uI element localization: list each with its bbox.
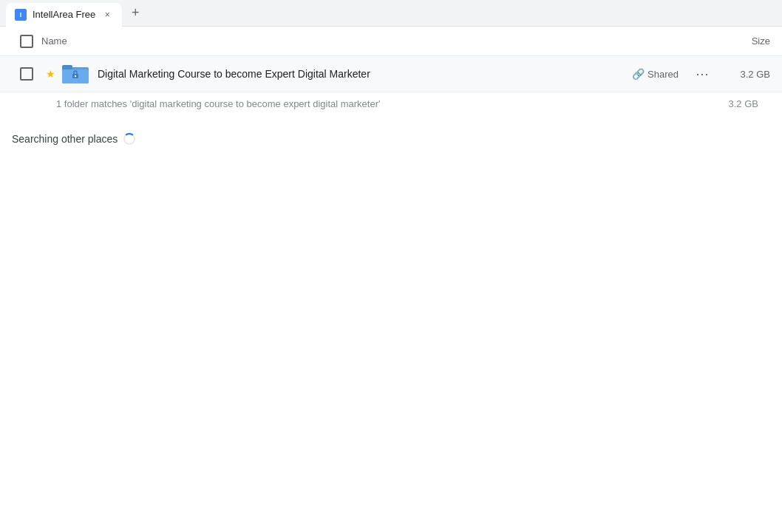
select-all-checkbox[interactable]	[12, 35, 41, 48]
column-size-header: Size	[711, 35, 770, 47]
file-row[interactable]: ★ Digital Marketing Course to become Exp…	[0, 56, 782, 92]
svg-point-4	[75, 75, 76, 77]
summary-row: 3.2 GB 1 folder matches 'digital marketi…	[0, 92, 782, 115]
shared-label: Shared	[647, 69, 679, 80]
browser-tab[interactable]: I IntellArea Free ×	[6, 3, 122, 27]
tab-favicon: I	[15, 9, 27, 21]
column-header: Name Size	[0, 27, 782, 56]
new-tab-button[interactable]: +	[125, 3, 146, 24]
file-size: 3.2 GB	[726, 69, 770, 80]
summary-size: 3.2 GB	[729, 98, 770, 109]
svg-rect-1	[62, 65, 72, 69]
file-name: Digital Marketing Course to become Exper…	[98, 68, 632, 80]
more-options-button[interactable]: ⋯	[690, 62, 714, 86]
column-name-header: Name	[41, 35, 711, 47]
link-icon: 🔗	[632, 68, 645, 80]
tab-title: IntellArea Free	[33, 9, 95, 20]
checkbox-icon	[20, 67, 33, 81]
star-icon[interactable]: ★	[41, 65, 59, 83]
row-checkbox[interactable]	[12, 67, 41, 81]
searching-label: Searching other places	[12, 133, 118, 145]
folder-icon	[62, 61, 89, 87]
checkbox-icon	[20, 35, 33, 48]
summary-text: 1 folder matches 'digital marketing cour…	[56, 98, 381, 109]
shared-badge: 🔗 Shared	[632, 68, 679, 80]
searching-section: Searching other places	[0, 115, 782, 157]
tab-bar: I IntellArea Free × +	[0, 0, 782, 27]
loading-spinner	[123, 133, 135, 145]
tab-close-button[interactable]: ×	[101, 9, 113, 21]
